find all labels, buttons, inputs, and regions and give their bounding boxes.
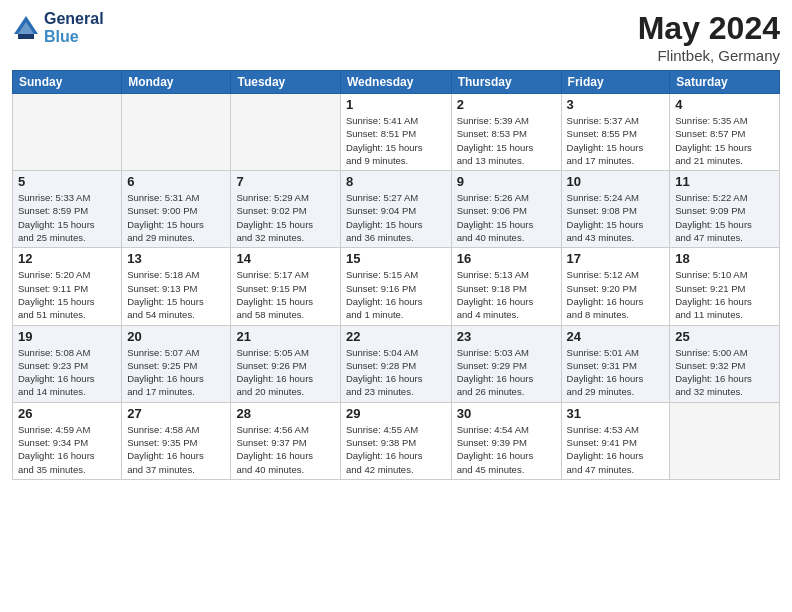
location-title: Flintbek, Germany (638, 47, 780, 64)
day-info: Sunrise: 5:12 AM Sunset: 9:20 PM Dayligh… (567, 268, 665, 321)
calendar-day-cell: 24Sunrise: 5:01 AM Sunset: 9:31 PM Dayli… (561, 325, 670, 402)
day-info: Sunrise: 4:56 AM Sunset: 9:37 PM Dayligh… (236, 423, 334, 476)
day-number: 28 (236, 406, 334, 421)
calendar-day-cell: 23Sunrise: 5:03 AM Sunset: 9:29 PM Dayli… (451, 325, 561, 402)
day-info: Sunrise: 5:18 AM Sunset: 9:13 PM Dayligh… (127, 268, 225, 321)
logo-blue: Blue (44, 28, 104, 46)
calendar-day-cell: 16Sunrise: 5:13 AM Sunset: 9:18 PM Dayli… (451, 248, 561, 325)
calendar-day-cell: 30Sunrise: 4:54 AM Sunset: 9:39 PM Dayli… (451, 402, 561, 479)
calendar-week-row: 1Sunrise: 5:41 AM Sunset: 8:51 PM Daylig… (13, 94, 780, 171)
title-area: May 2024 Flintbek, Germany (638, 10, 780, 64)
day-info: Sunrise: 5:41 AM Sunset: 8:51 PM Dayligh… (346, 114, 446, 167)
day-number: 24 (567, 329, 665, 344)
calendar-table: SundayMondayTuesdayWednesdayThursdayFrid… (12, 70, 780, 480)
page: General Blue May 2024 Flintbek, Germany … (0, 0, 792, 612)
day-number: 7 (236, 174, 334, 189)
calendar-day-cell: 7Sunrise: 5:29 AM Sunset: 9:02 PM Daylig… (231, 171, 340, 248)
day-number: 6 (127, 174, 225, 189)
calendar-header-wednesday: Wednesday (340, 71, 451, 94)
header: General Blue May 2024 Flintbek, Germany (12, 10, 780, 64)
day-info: Sunrise: 5:37 AM Sunset: 8:55 PM Dayligh… (567, 114, 665, 167)
day-info: Sunrise: 5:13 AM Sunset: 9:18 PM Dayligh… (457, 268, 556, 321)
logo-area: General Blue (12, 10, 104, 46)
calendar-day-cell: 11Sunrise: 5:22 AM Sunset: 9:09 PM Dayli… (670, 171, 780, 248)
calendar-day-cell: 4Sunrise: 5:35 AM Sunset: 8:57 PM Daylig… (670, 94, 780, 171)
day-number: 17 (567, 251, 665, 266)
day-info: Sunrise: 5:04 AM Sunset: 9:28 PM Dayligh… (346, 346, 446, 399)
calendar-day-cell: 18Sunrise: 5:10 AM Sunset: 9:21 PM Dayli… (670, 248, 780, 325)
month-title: May 2024 (638, 10, 780, 47)
day-number: 4 (675, 97, 774, 112)
calendar-day-cell (670, 402, 780, 479)
calendar-day-cell: 25Sunrise: 5:00 AM Sunset: 9:32 PM Dayli… (670, 325, 780, 402)
day-info: Sunrise: 4:55 AM Sunset: 9:38 PM Dayligh… (346, 423, 446, 476)
day-number: 14 (236, 251, 334, 266)
logo-general: General (44, 10, 104, 28)
calendar-day-cell: 5Sunrise: 5:33 AM Sunset: 8:59 PM Daylig… (13, 171, 122, 248)
day-info: Sunrise: 4:58 AM Sunset: 9:35 PM Dayligh… (127, 423, 225, 476)
day-number: 15 (346, 251, 446, 266)
day-number: 3 (567, 97, 665, 112)
calendar-week-row: 5Sunrise: 5:33 AM Sunset: 8:59 PM Daylig… (13, 171, 780, 248)
calendar-day-cell (231, 94, 340, 171)
day-number: 8 (346, 174, 446, 189)
calendar-day-cell: 26Sunrise: 4:59 AM Sunset: 9:34 PM Dayli… (13, 402, 122, 479)
day-number: 20 (127, 329, 225, 344)
day-info: Sunrise: 5:08 AM Sunset: 9:23 PM Dayligh… (18, 346, 116, 399)
day-info: Sunrise: 5:05 AM Sunset: 9:26 PM Dayligh… (236, 346, 334, 399)
calendar-week-row: 12Sunrise: 5:20 AM Sunset: 9:11 PM Dayli… (13, 248, 780, 325)
calendar-day-cell: 17Sunrise: 5:12 AM Sunset: 9:20 PM Dayli… (561, 248, 670, 325)
calendar-header-saturday: Saturday (670, 71, 780, 94)
calendar-day-cell: 6Sunrise: 5:31 AM Sunset: 9:00 PM Daylig… (122, 171, 231, 248)
calendar-day-cell: 2Sunrise: 5:39 AM Sunset: 8:53 PM Daylig… (451, 94, 561, 171)
day-info: Sunrise: 5:35 AM Sunset: 8:57 PM Dayligh… (675, 114, 774, 167)
day-number: 1 (346, 97, 446, 112)
day-number: 23 (457, 329, 556, 344)
calendar-week-row: 26Sunrise: 4:59 AM Sunset: 9:34 PM Dayli… (13, 402, 780, 479)
day-info: Sunrise: 5:29 AM Sunset: 9:02 PM Dayligh… (236, 191, 334, 244)
calendar-week-row: 19Sunrise: 5:08 AM Sunset: 9:23 PM Dayli… (13, 325, 780, 402)
day-number: 12 (18, 251, 116, 266)
calendar-header-friday: Friday (561, 71, 670, 94)
calendar-day-cell: 10Sunrise: 5:24 AM Sunset: 9:08 PM Dayli… (561, 171, 670, 248)
calendar-header-thursday: Thursday (451, 71, 561, 94)
day-info: Sunrise: 5:10 AM Sunset: 9:21 PM Dayligh… (675, 268, 774, 321)
calendar-day-cell: 28Sunrise: 4:56 AM Sunset: 9:37 PM Dayli… (231, 402, 340, 479)
day-number: 25 (675, 329, 774, 344)
day-info: Sunrise: 5:00 AM Sunset: 9:32 PM Dayligh… (675, 346, 774, 399)
calendar-day-cell: 1Sunrise: 5:41 AM Sunset: 8:51 PM Daylig… (340, 94, 451, 171)
day-number: 11 (675, 174, 774, 189)
day-info: Sunrise: 5:15 AM Sunset: 9:16 PM Dayligh… (346, 268, 446, 321)
calendar-day-cell: 3Sunrise: 5:37 AM Sunset: 8:55 PM Daylig… (561, 94, 670, 171)
day-info: Sunrise: 5:22 AM Sunset: 9:09 PM Dayligh… (675, 191, 774, 244)
day-info: Sunrise: 5:01 AM Sunset: 9:31 PM Dayligh… (567, 346, 665, 399)
logo-icon (12, 14, 40, 42)
calendar-day-cell (13, 94, 122, 171)
day-info: Sunrise: 4:59 AM Sunset: 9:34 PM Dayligh… (18, 423, 116, 476)
day-number: 13 (127, 251, 225, 266)
day-number: 29 (346, 406, 446, 421)
day-number: 22 (346, 329, 446, 344)
calendar-day-cell: 8Sunrise: 5:27 AM Sunset: 9:04 PM Daylig… (340, 171, 451, 248)
day-number: 16 (457, 251, 556, 266)
day-info: Sunrise: 5:07 AM Sunset: 9:25 PM Dayligh… (127, 346, 225, 399)
day-info: Sunrise: 5:20 AM Sunset: 9:11 PM Dayligh… (18, 268, 116, 321)
calendar-day-cell: 31Sunrise: 4:53 AM Sunset: 9:41 PM Dayli… (561, 402, 670, 479)
day-number: 9 (457, 174, 556, 189)
calendar-day-cell: 29Sunrise: 4:55 AM Sunset: 9:38 PM Dayli… (340, 402, 451, 479)
day-number: 19 (18, 329, 116, 344)
day-info: Sunrise: 5:27 AM Sunset: 9:04 PM Dayligh… (346, 191, 446, 244)
day-info: Sunrise: 5:24 AM Sunset: 9:08 PM Dayligh… (567, 191, 665, 244)
day-info: Sunrise: 4:54 AM Sunset: 9:39 PM Dayligh… (457, 423, 556, 476)
calendar-day-cell: 15Sunrise: 5:15 AM Sunset: 9:16 PM Dayli… (340, 248, 451, 325)
calendar-day-cell: 20Sunrise: 5:07 AM Sunset: 9:25 PM Dayli… (122, 325, 231, 402)
calendar-header-monday: Monday (122, 71, 231, 94)
calendar-day-cell: 27Sunrise: 4:58 AM Sunset: 9:35 PM Dayli… (122, 402, 231, 479)
calendar-day-cell (122, 94, 231, 171)
day-number: 18 (675, 251, 774, 266)
calendar-day-cell: 19Sunrise: 5:08 AM Sunset: 9:23 PM Dayli… (13, 325, 122, 402)
calendar-day-cell: 21Sunrise: 5:05 AM Sunset: 9:26 PM Dayli… (231, 325, 340, 402)
day-info: Sunrise: 5:39 AM Sunset: 8:53 PM Dayligh… (457, 114, 556, 167)
calendar-day-cell: 13Sunrise: 5:18 AM Sunset: 9:13 PM Dayli… (122, 248, 231, 325)
calendar-day-cell: 22Sunrise: 5:04 AM Sunset: 9:28 PM Dayli… (340, 325, 451, 402)
